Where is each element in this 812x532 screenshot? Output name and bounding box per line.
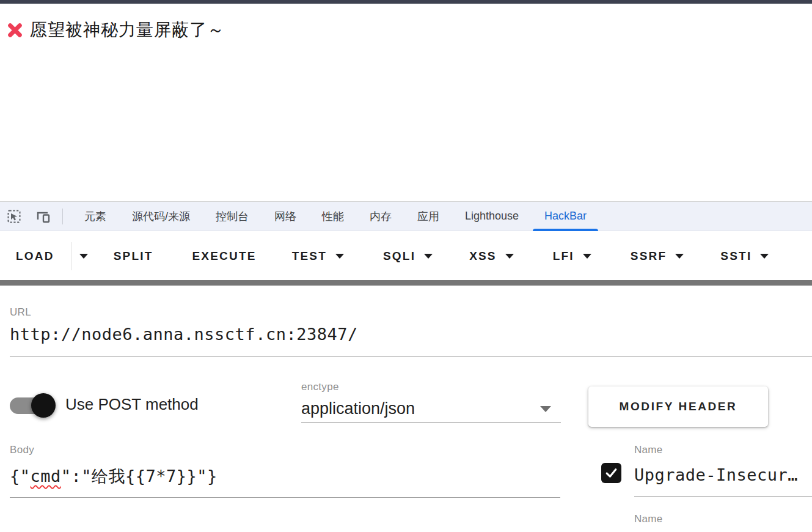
- execute-button[interactable]: EXECUTE: [192, 249, 256, 263]
- tab-console[interactable]: 控制台: [203, 201, 262, 231]
- red-cross-icon: [5, 22, 22, 39]
- lfi-menu-button[interactable]: LFI: [553, 249, 591, 263]
- header-name-underline: [634, 496, 812, 497]
- panel-splitter-handle[interactable]: [0, 280, 812, 286]
- devtools-tabbar: 元素 源代码/来源 控制台 网络 性能 内存 应用 Lighthouse Hac…: [0, 201, 812, 231]
- page-content: 愿望被神秘力量屏蔽了～: [0, 4, 812, 201]
- body-input-underline: [10, 497, 560, 498]
- load-split-divider: [71, 242, 72, 270]
- split-button[interactable]: SPLIT: [114, 249, 153, 263]
- active-tab-indicator: [533, 229, 598, 231]
- tab-performance[interactable]: 性能: [309, 201, 357, 231]
- body-input[interactable]: {"cmd":"给我{{7*7}}"}: [10, 465, 218, 487]
- ssrf-menu-button[interactable]: SSRF: [631, 249, 684, 263]
- chevron-down-icon: [760, 254, 769, 259]
- url-input[interactable]: http://node6.anna.nssctf.cn:23847/: [10, 325, 358, 344]
- inspect-element-icon[interactable]: [5, 207, 23, 226]
- chevron-down-icon: [505, 254, 514, 259]
- tab-memory[interactable]: 内存: [357, 201, 404, 231]
- chevron-down-icon: [424, 254, 433, 259]
- header-name-label: Name: [634, 513, 663, 525]
- tab-application[interactable]: 应用: [404, 201, 452, 231]
- load-button[interactable]: LOAD: [16, 249, 54, 263]
- error-message-line: 愿望被神秘力量屏蔽了～: [0, 4, 812, 42]
- hackbar-toolbar: LOAD SPLIT EXECUTE TEST SQLI XSS LFI SSR…: [0, 232, 812, 280]
- header-name-label: Name: [634, 444, 663, 456]
- chevron-down-icon: [675, 254, 684, 259]
- url-field-label: URL: [10, 306, 31, 319]
- xss-menu-button[interactable]: XSS: [469, 249, 514, 263]
- load-dropdown-button[interactable]: [79, 254, 88, 259]
- device-toolbar-icon[interactable]: [34, 207, 53, 226]
- tab-hackbar[interactable]: HackBar: [532, 201, 599, 231]
- chevron-down-icon: [335, 254, 344, 259]
- tab-elements[interactable]: 元素: [71, 201, 119, 231]
- dropdown-arrow-icon[interactable]: [540, 406, 551, 412]
- devtools-tabs: 元素 源代码/来源 控制台 网络 性能 内存 应用 Lighthouse Hac…: [71, 201, 599, 231]
- ssti-menu-button[interactable]: SSTI: [720, 249, 769, 263]
- body-field-label: Body: [10, 444, 34, 456]
- tab-sources[interactable]: 源代码/来源: [119, 201, 203, 231]
- toolbar-divider: [62, 209, 63, 224]
- header-name-input[interactable]: Upgrade-Insecur…: [634, 465, 798, 484]
- chevron-down-icon: [79, 254, 88, 259]
- tab-network[interactable]: 网络: [262, 201, 309, 231]
- checkmark-icon: [604, 465, 619, 481]
- hackbar-panel: URL http://node6.anna.nssctf.cn:23847/ U…: [0, 286, 812, 532]
- enctype-select-underline: [301, 422, 561, 423]
- modify-header-button[interactable]: MODIFY HEADER: [588, 386, 768, 427]
- url-input-underline: [10, 357, 812, 357]
- enctype-field-label: enctype: [301, 381, 339, 393]
- enctype-select[interactable]: application/json: [301, 399, 415, 418]
- chevron-down-icon: [583, 254, 591, 259]
- post-method-toggle-thumb[interactable]: [31, 393, 56, 418]
- error-message-text: 愿望被神秘力量屏蔽了～: [30, 18, 225, 42]
- spellcheck-flagged-word: cmd: [31, 467, 61, 486]
- tab-lighthouse[interactable]: Lighthouse: [452, 201, 532, 231]
- test-menu-button[interactable]: TEST: [292, 249, 344, 263]
- sqli-menu-button[interactable]: SQLI: [383, 249, 433, 263]
- post-method-label: Use POST method: [65, 395, 199, 414]
- header-enabled-checkbox[interactable]: [601, 463, 621, 483]
